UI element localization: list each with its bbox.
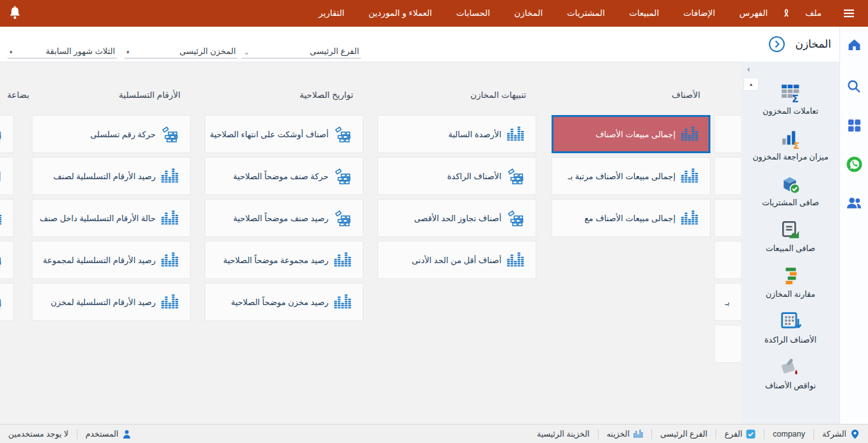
report-card[interactable]: حالة الأرقام التسلسلية داخل صنف [32,199,191,237]
user-indicator[interactable]: المستخدم [78,425,140,443]
report-card[interactable]: أصناف أقل من الحد الأدنى [377,241,536,279]
menu-item-file[interactable]: ملف [793,0,834,27]
treasury-indicator[interactable]: الخزينه [599,425,651,443]
sidebar-item-label: ميزان مراجعة المخزون [752,153,828,161]
home-icon[interactable] [846,37,862,52]
equalizer-icon [161,294,179,310]
report-card[interactable] [714,241,741,279]
page-title: المخازن [795,37,831,51]
scroll-up-icon[interactable]: ▲ [744,78,758,90]
report-card[interactable]: أصناف تجاوز الحد الأقصى [377,199,536,237]
period-filter-select[interactable]: الثلاث شهور السابقة ▾ [8,39,117,58]
bricks-icon [0,294,2,310]
menu-item-customers-suppliers[interactable]: العملاء و الموردين [356,0,444,27]
right-icon-rail [839,27,868,425]
report-card[interactable]: بـ [714,283,741,321]
report-card[interactable] [714,199,741,237]
bricks-icon [334,168,351,184]
checkbox-icon [746,429,756,439]
sidebar-items: Σتعاملات المخزونΣميزان مراجعة المخزونصاف… [741,62,840,402]
topbar-menu: ملفالفهرسالإضافاتالمبيعاتالمشترياتالمخاز… [306,0,864,27]
report-card[interactable]: حركة صنف موضحاً الصلاحية [205,157,363,195]
report-card[interactable] [714,115,741,153]
report-card-label: أصناف أوشكت على انتهاء الصلاحية [210,130,329,139]
bell-icon[interactable] [8,6,22,22]
report-card-label: إجمالى مبيعات الأصناف مرتبة بـ [568,172,675,181]
users-icon[interactable] [846,196,863,210]
grid-arrow-icon [780,311,801,332]
treasury-value: الخزينة الرئيسية [529,425,598,443]
equalizer-icon [507,126,524,142]
sidebar-item-inventory-trial-balance[interactable]: Σميزان مراجعة المخزون [743,128,838,161]
report-card[interactable]: رصيد الأرقام التسلسلية لمجموعة [32,241,191,279]
report-card[interactable] [0,199,14,237]
sidebar-item-item-shortages[interactable]: نواقص الأصناف [743,357,838,390]
report-card[interactable]: رصيد مخزن موضحاً الصلاحية [205,283,363,321]
report-card[interactable] [0,241,14,279]
sidebar-item-stagnant-items[interactable]: الأصناف الراكدة [743,311,838,344]
table-sigma-icon: Σ [780,82,801,104]
branch-indicator[interactable]: الفرع [716,425,764,443]
menu-item-sales[interactable]: المبيعات [617,0,671,27]
menu-item-accounts[interactable]: الحسابات [444,0,502,27]
warehouse-filter-value: المخزن الرئيسى [179,46,236,56]
divider [598,429,599,439]
chevron-down-icon: ⌄ [243,48,250,56]
report-card[interactable] [714,325,741,363]
report-column-clipped-right: بـ [714,90,741,367]
menu-item-addons[interactable]: الإضافات [671,0,727,27]
report-column-expiry-dates: تواريخ الصلاحيةأصناف أوشكت على انتهاء ال… [205,90,363,325]
report-column-items: الأصنافإجمالى مبيعات الأصنافإجمالى مبيعا… [552,90,710,241]
report-card[interactable]: رصيد الأرقام التسلسلية لمخزن [32,283,191,321]
report-card[interactable]: رصيد مجموعة موضحاً الصلاحية [205,241,363,279]
report-card[interactable]: الأصناف الراكدة [377,157,536,195]
bricks-icon [161,126,179,142]
sidebar-item-label: مقارنة المخازن [766,290,815,299]
branch-filter-select[interactable]: الفرع الرئيسى ⌄ [241,39,361,58]
sidebar-item-net-sales[interactable]: صافى المبيعات [743,219,838,253]
hamburger-icon[interactable] [834,7,864,20]
report-card-label: رصيد الأرقام التسلسلية لمخزن [51,297,156,307]
menu-item-reports[interactable]: التقارير [306,0,356,27]
report-card[interactable] [0,115,14,153]
company-value: company [764,425,813,443]
bricks-icon [0,252,2,268]
search-icon[interactable] [846,79,862,94]
sidebar-item-label: تعاملات المخزون [763,107,818,116]
report-card[interactable]: إجمالى مبيعات الأصناف [552,115,710,153]
sidebar-item-warehouse-comparison[interactable]: مقارنة المخازن [743,265,838,299]
person-icon [122,429,132,439]
company-indicator[interactable]: الشركة [814,425,868,443]
statusbar-left-group: المستخدملا يوجد مستخدمين [0,425,140,443]
cube-check-icon [780,174,801,195]
column-header: الأصناف [552,90,710,102]
menu-item-warehouses[interactable]: المخازن [502,0,555,27]
whatsapp-icon[interactable] [846,156,863,173]
collapse-sidebar-icon[interactable]: › [747,64,750,74]
report-card[interactable] [0,283,14,321]
report-card[interactable] [714,157,741,195]
statusbar-label: الفرع الرئيسى [660,429,707,439]
report-card[interactable]: إجمالى مبيعات الأصناف مرتبة بـ [552,157,710,195]
menu-item-index[interactable]: الفهرس [727,0,780,27]
sidebar-item-label: صافى المبيعات [766,244,815,253]
report-card-label: الأرصدة السالبة [448,130,501,139]
circle-arrow-icon[interactable] [768,36,785,53]
report-card[interactable]: الأرصدة السالبة [377,115,536,153]
apps-icon[interactable] [847,118,862,133]
report-card[interactable]: رصيد صنف موضحاً الصلاحية [205,199,363,237]
warehouse-filter-select[interactable]: المخزن الرئيسى ▾ [125,39,238,58]
coins-icon [634,429,643,439]
report-card[interactable]: رصيد الأرقام التسلسلية لصنف [32,157,191,195]
report-card[interactable] [0,157,14,195]
bricks-icon [507,210,524,226]
bricks-icon [334,210,351,226]
svg-text:Σ: Σ [792,93,799,104]
report-card[interactable]: إجمالى مبيعات الأصناف مع [552,199,710,237]
bucket-drop-icon [780,357,801,378]
report-card[interactable]: أصناف أوشكت على انتهاء الصلاحية [205,115,363,153]
sidebar-item-net-purchases[interactable]: صافى المشتريات [743,174,838,207]
doc-chart-icon [780,219,801,241]
report-card[interactable]: حركة رقم تسلسلى [32,115,191,153]
menu-item-purchases[interactable]: المشتريات [555,0,617,27]
